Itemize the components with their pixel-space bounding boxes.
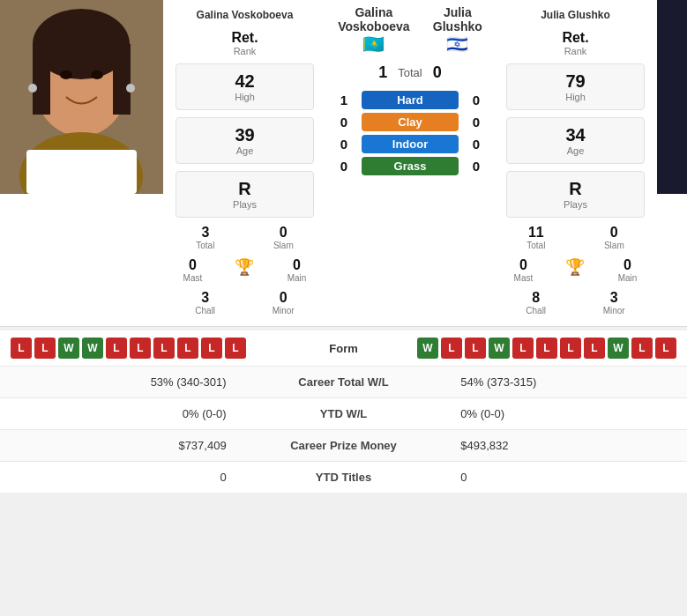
form-section: LLWWLLLLLL Form WLLWLLLLWLL — [0, 327, 687, 366]
form-badge: L — [201, 338, 222, 359]
p1-ytd-titles: 0 — [0, 462, 241, 494]
player2-minor-val: 3 — [610, 290, 618, 306]
form-badge: W — [608, 338, 629, 359]
surface-rows: 1 Hard 0 0 Clay 0 0 Indoor 0 0 Grass — [326, 87, 494, 179]
form-badge: L — [153, 338, 175, 359]
player1-total-val: 3 — [201, 225, 209, 241]
player1-mast-main: 0 Mast 🏆 0 Main — [167, 254, 323, 286]
p2-name-top: Julia — [433, 5, 482, 19]
player1-slam-val: 0 — [280, 225, 287, 241]
player1-photo — [0, 0, 163, 194]
score-p2: 0 — [433, 63, 442, 82]
form-badge: W — [417, 338, 438, 359]
player2-slam-val: 0 — [610, 225, 618, 241]
player1-chall-lbl: Chall — [195, 306, 215, 315]
total-row: 1 Total 0 — [378, 55, 442, 87]
prize-label: Career Prize Money — [241, 430, 447, 462]
hard-badge: Hard — [362, 91, 459, 109]
svg-point-8 — [28, 84, 37, 93]
svg-point-9 — [126, 84, 135, 93]
player2-rank-val: Ret. — [562, 30, 588, 46]
hard-p2: 0 — [467, 93, 485, 108]
form-badge: W — [58, 338, 79, 359]
form-badge: W — [82, 338, 103, 359]
p1-career-wl: 53% (340-301) — [0, 367, 241, 398]
player2-mast-val: 0 — [519, 257, 527, 273]
p1-flag: 🇰🇿 — [338, 33, 409, 55]
indoor-p1: 0 — [335, 137, 353, 152]
player2-total-lbl: Total — [526, 241, 545, 250]
ytd-wl-row: 0% (0-0) YTD W/L 0% (0-0) — [0, 398, 687, 430]
player2-chall-lbl: Chall — [526, 306, 546, 315]
form-badge: L — [106, 338, 127, 359]
p2-ytd-wl: 0% (0-0) — [446, 398, 687, 430]
player2-chall-minor: 8 Chall 3 Minor — [497, 286, 653, 319]
form-badge: L — [11, 338, 32, 359]
player1-chall-minor: 3 Chall 0 Minor — [167, 286, 323, 319]
p2-prize: $493,832 — [446, 430, 687, 462]
form-badge: L — [130, 338, 151, 359]
form-badge: L — [34, 338, 56, 359]
clay-p2: 0 — [467, 115, 485, 130]
player1-rank-val: Ret. — [231, 30, 258, 46]
form-badge: L — [584, 338, 605, 359]
player2-photo — [657, 0, 687, 194]
indoor-p2: 0 — [467, 137, 485, 152]
player2-high-lbl: High — [525, 92, 626, 102]
form-badge: L — [655, 338, 676, 359]
hard-p1: 1 — [335, 93, 353, 108]
p2-name-top2: Glushko — [433, 19, 482, 33]
main-container: Galina Voskoboeva Ret.Rank42High39AgeRPl… — [0, 0, 687, 493]
player1-high-box: 42High — [175, 63, 314, 110]
svg-rect-4 — [33, 44, 50, 115]
hard-row: 1 Hard 0 — [335, 91, 485, 109]
player1-total-lbl: Total — [196, 241, 214, 250]
player1-rank-box: Ret.Rank — [231, 30, 258, 56]
form-badge: L — [225, 338, 246, 359]
player2-stats: Julia Glushko Ret. Rank 79 High 34 Age R… — [494, 0, 657, 326]
player1-minor-lbl: Minor — [273, 306, 295, 315]
player1-name: Galina Voskoboeva — [197, 7, 294, 26]
player1-total-slam: 3 Total 0 Slam — [167, 221, 323, 254]
player1-mast-lbl: Mast — [183, 273, 203, 283]
player1-minor-val: 0 — [280, 290, 287, 306]
p2-career-wl: 54% (373-315) — [446, 367, 687, 398]
p1-prize: $737,409 — [0, 430, 241, 462]
grass-p2: 0 — [467, 159, 485, 174]
player1-age-box: 39Age — [175, 117, 314, 164]
player1-form-badges: LLWWLLLLLL — [11, 338, 303, 359]
form-badge: L — [177, 338, 198, 359]
indoor-badge: Indoor — [362, 135, 459, 153]
player2-mast-lbl: Mast — [514, 273, 534, 283]
clay-badge: Clay — [362, 113, 459, 131]
player2-mast-main: 0 Mast 🏆 0 Main — [497, 254, 653, 286]
player1-slam-lbl: Slam — [273, 241, 294, 250]
player2-high-val: 79 — [525, 71, 626, 92]
total-label: Total — [398, 66, 422, 79]
player1-chall-val: 3 — [201, 290, 209, 306]
player2-plays-box: R Plays — [506, 171, 645, 218]
clay-p1: 0 — [335, 115, 353, 130]
ytd-titles-label: YTD Titles — [241, 462, 447, 494]
form-badge: W — [489, 338, 510, 359]
form-label: Form — [309, 342, 379, 355]
player2-rank-lbl: Rank — [564, 46, 587, 56]
prize-row: $737,409 Career Prize Money $493,832 — [0, 430, 687, 462]
form-badge: L — [631, 338, 653, 359]
p1-name-top: Galina — [338, 5, 409, 19]
form-badge: L — [441, 338, 462, 359]
career-wl-row: 53% (340-301) Career Total W/L 54% (373-… — [0, 367, 687, 398]
player1-rank-lbl: Rank — [234, 46, 257, 56]
form-badge: L — [560, 338, 581, 359]
player2-age-lbl: Age — [525, 145, 626, 156]
trophy-icon-left: 🏆 — [235, 257, 254, 277]
player2-form-badges: WLLWLLLLWLL — [385, 338, 677, 359]
player1-main-val: 0 — [293, 257, 301, 273]
ytd-wl-label: YTD W/L — [241, 398, 447, 430]
player2-total-slam: 11 Total 0 Slam — [497, 221, 653, 254]
indoor-row: 0 Indoor 0 — [335, 135, 485, 153]
ytd-titles-row: 0 YTD Titles 0 — [0, 462, 687, 494]
p1-ytd-wl: 0% (0-0) — [0, 398, 241, 430]
player2-total-val: 11 — [528, 225, 544, 241]
player2-main-val: 0 — [624, 257, 631, 273]
